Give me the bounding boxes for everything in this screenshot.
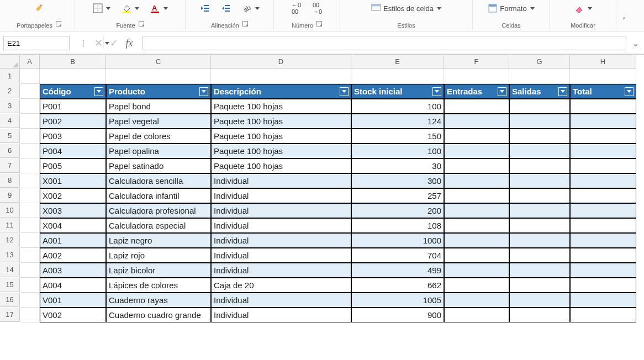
cell[interactable] <box>570 69 636 84</box>
table-cell[interactable] <box>509 248 570 263</box>
cell[interactable] <box>20 203 40 218</box>
table-cell[interactable]: Papel bond <box>106 99 211 114</box>
table-cell[interactable]: Paquete 100 hojas <box>211 144 351 158</box>
table-cell[interactable]: 1000 <box>351 233 444 248</box>
table-cell[interactable]: Paquete 100 hojas <box>211 114 351 129</box>
table-cell[interactable]: P002 <box>40 114 106 129</box>
font-color-button[interactable]: A <box>147 2 171 15</box>
filter-button[interactable] <box>94 87 103 96</box>
table-cell[interactable] <box>444 218 509 233</box>
table-cell[interactable]: Individual <box>211 248 351 263</box>
table-cell[interactable]: Individual <box>211 173 351 188</box>
cell[interactable] <box>20 144 40 158</box>
cell[interactable] <box>20 293 40 308</box>
row-header[interactable]: 6 <box>0 144 20 158</box>
table-cell[interactable] <box>570 114 636 129</box>
dialog-launcher-icon[interactable] <box>139 21 144 27</box>
table-cell[interactable] <box>570 203 636 218</box>
cell[interactable] <box>20 173 40 188</box>
column-header[interactable]: F <box>444 55 509 69</box>
table-cell[interactable]: Papel de colores <box>106 129 211 144</box>
row-header[interactable]: 12 <box>0 233 20 247</box>
cell[interactable] <box>106 69 211 84</box>
table-cell[interactable]: P001 <box>40 99 106 114</box>
table-cell[interactable]: Individual <box>211 218 351 233</box>
cell[interactable] <box>40 69 106 84</box>
collapse-ribbon-button[interactable]: ˄ <box>616 13 632 30</box>
table-cell[interactable]: X001 <box>40 173 106 188</box>
table-cell[interactable]: 30 <box>351 158 444 173</box>
row-header[interactable]: 5 <box>0 129 20 143</box>
dialog-launcher-icon[interactable] <box>56 21 61 27</box>
table-cell[interactable]: Calculadora especial <box>106 218 211 233</box>
table-cell[interactable] <box>444 248 509 263</box>
cell[interactable] <box>20 263 40 278</box>
table-cell[interactable] <box>509 99 570 114</box>
cell[interactable] <box>20 129 40 144</box>
row-header[interactable]: 3 <box>0 99 20 113</box>
table-cell[interactable] <box>444 158 509 173</box>
worksheet-grid[interactable]: ABCDEFGH12CódigoProductoDescripciónStock… <box>0 54 644 322</box>
insert-function-button[interactable]: fx <box>123 36 136 50</box>
table-cell[interactable] <box>509 129 570 144</box>
table-cell[interactable]: 300 <box>351 173 444 188</box>
table-cell[interactable] <box>570 278 636 293</box>
format-painter-button[interactable] <box>31 2 47 15</box>
table-cell[interactable]: A001 <box>40 233 106 248</box>
table-cell[interactable] <box>509 308 570 322</box>
cell[interactable] <box>20 218 40 233</box>
table-cell[interactable]: Cuaderno rayas <box>106 293 211 308</box>
table-cell[interactable]: Individual <box>211 293 351 308</box>
table-header[interactable]: Entradas <box>444 84 509 99</box>
table-header[interactable]: Stock inicial <box>351 84 444 99</box>
table-cell[interactable]: Calculadora sencilla <box>106 173 211 188</box>
table-cell[interactable]: Paquete 100 hojas <box>211 99 351 114</box>
row-header[interactable]: 2 <box>0 84 20 98</box>
table-header[interactable]: Total <box>570 84 636 99</box>
table-cell[interactable]: Individual <box>211 263 351 278</box>
table-cell[interactable] <box>570 263 636 278</box>
table-cell[interactable]: V002 <box>40 308 106 322</box>
table-cell[interactable]: A003 <box>40 263 106 278</box>
increase-decimal-button[interactable]: ←000 <box>289 2 304 15</box>
cell[interactable] <box>20 114 40 129</box>
table-cell[interactable] <box>509 188 570 203</box>
row-header[interactable]: 10 <box>0 203 20 218</box>
cell[interactable] <box>20 278 40 293</box>
column-header[interactable]: H <box>570 55 636 69</box>
row-header[interactable]: 11 <box>0 218 20 232</box>
cell[interactable] <box>20 308 40 322</box>
table-cell[interactable]: 100 <box>351 144 444 158</box>
row-header[interactable]: 14 <box>0 263 20 277</box>
cell[interactable] <box>20 99 40 114</box>
table-cell[interactable] <box>509 233 570 248</box>
cancel-formula-button[interactable]: ✕ <box>92 36 105 50</box>
table-cell[interactable] <box>509 173 570 188</box>
table-cell[interactable]: Individual <box>211 188 351 203</box>
table-cell[interactable]: Lapiz negro <box>106 233 211 248</box>
cell[interactable] <box>20 69 40 84</box>
table-cell[interactable] <box>444 203 509 218</box>
row-header[interactable]: 16 <box>0 293 20 307</box>
table-cell[interactable]: Paquete 100 hojas <box>211 129 351 144</box>
table-cell[interactable]: P005 <box>40 158 106 173</box>
table-cell[interactable] <box>444 233 509 248</box>
table-cell[interactable] <box>444 188 509 203</box>
table-cell[interactable] <box>570 188 636 203</box>
table-cell[interactable] <box>570 233 636 248</box>
table-cell[interactable] <box>509 158 570 173</box>
table-cell[interactable]: V001 <box>40 293 106 308</box>
table-cell[interactable] <box>444 173 509 188</box>
table-cell[interactable]: 900 <box>351 308 444 322</box>
column-header[interactable]: E <box>351 55 444 69</box>
cell[interactable] <box>351 69 444 84</box>
cell[interactable] <box>20 188 40 203</box>
column-header[interactable]: G <box>509 55 570 69</box>
table-cell[interactable]: P003 <box>40 129 106 144</box>
table-cell[interactable] <box>570 158 636 173</box>
table-cell[interactable]: Lapiz rojo <box>106 248 211 263</box>
table-cell[interactable]: X002 <box>40 188 106 203</box>
table-header[interactable]: Producto <box>106 84 211 99</box>
filter-button[interactable] <box>625 87 634 96</box>
table-cell[interactable] <box>444 129 509 144</box>
